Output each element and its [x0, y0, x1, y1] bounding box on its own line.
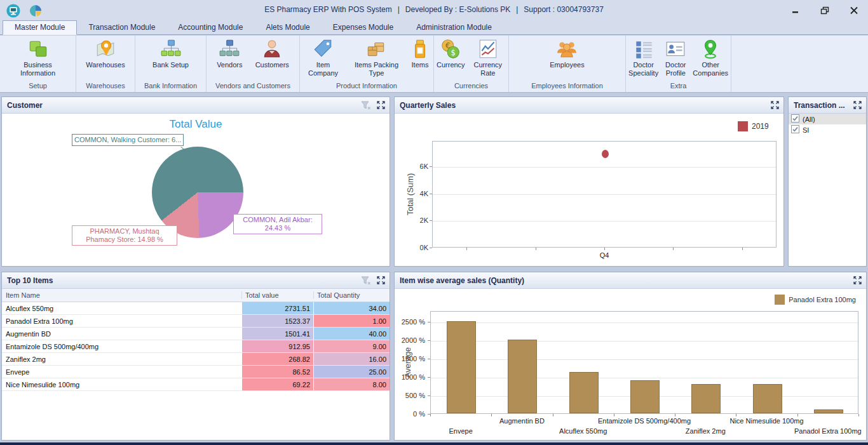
table-row[interactable]: Envepe86.5225.00: [2, 366, 390, 378]
gridline: [433, 167, 776, 168]
legend-swatch: [775, 295, 785, 305]
transaction-filter-si[interactable]: SI: [789, 124, 866, 135]
minimize-icon[interactable]: [790, 5, 801, 15]
customer-panel: Customer Total Value COMMON, Walking Cus…: [1, 96, 390, 267]
filter-icon[interactable]: [361, 101, 371, 110]
ribbon-button-label: Customers: [255, 61, 289, 69]
bar-nice-nimesulide-100mg[interactable]: [753, 384, 782, 413]
ribbon-group-product-information: Item CompanyItems Packing TypeItemsProdu…: [300, 36, 434, 92]
ribbon-group-caption: Vendors and Customers: [207, 82, 299, 92]
titlebar: ES Pharmacy ERP With POS System|Develope…: [0, 0, 868, 21]
close-icon[interactable]: [849, 5, 859, 15]
gridline: [431, 341, 858, 342]
tab-accounting-module[interactable]: Accounting Module: [166, 21, 254, 34]
tab-transaction-module[interactable]: Transaction Module: [77, 21, 166, 34]
y-tick-mark: [428, 377, 430, 378]
y-tick-label: 1000 %: [396, 373, 425, 381]
window-controls: [790, 5, 859, 15]
table-row[interactable]: Alcuflex 550mg2731.5134.00: [2, 302, 390, 315]
y-tick-label: 0 %: [396, 410, 425, 418]
table-row[interactable]: Panadol Extra 100mg1523.371.00: [2, 315, 390, 328]
ribbon-button-item-company[interactable]: Item Company: [300, 37, 346, 78]
bar-augmentin-bd[interactable]: [508, 340, 537, 413]
tab-alets-module[interactable]: Alets Module: [254, 21, 321, 34]
currency-rate-icon: [477, 38, 499, 60]
x-tick-mark: [536, 248, 536, 250]
ribbon-button-doctor-profile[interactable]: Doctor Profile: [661, 37, 690, 78]
table-row[interactable]: Zaniflex 2mg268.8216.00: [2, 353, 390, 366]
x-tick-mark: [742, 248, 743, 250]
y-tick-mark: [430, 220, 432, 221]
ribbon-button-currency-rate[interactable]: Currency Rate: [468, 37, 508, 78]
table-row[interactable]: Entamizole DS 500mg/400mg912.959.00: [2, 340, 390, 353]
ribbon-button-label: Other Companies: [693, 61, 728, 77]
employees-icon: [556, 38, 578, 60]
expand-icon[interactable]: [853, 101, 862, 109]
x-category-label: Envepe: [449, 427, 472, 435]
cell-total-quantity: 16.00: [313, 353, 390, 365]
expand-icon[interactable]: [853, 276, 862, 284]
pie-callout-label: COMMON, Adil Akbar: 24.43 %: [233, 214, 322, 234]
x-tick-mark: [858, 414, 859, 416]
table-row[interactable]: Augmentin BD1501.4140.00: [2, 328, 390, 340]
ribbon-button-bank-setup[interactable]: Bank Setup: [150, 37, 191, 70]
total-value-pie[interactable]: [152, 147, 243, 238]
pie-callout-label: COMMON, Walking Customer: 6...: [72, 134, 184, 146]
item-avg-sales-panel: Item wise average sales (Quantity) Panad…: [394, 272, 867, 441]
bar-entamizole-ds-500mg-400mg[interactable]: [630, 380, 660, 413]
table-row[interactable]: Nice Nimesulide 100mg69.228.00: [2, 378, 390, 391]
bar-panadol-extra-100mg[interactable]: [814, 409, 843, 413]
column-header-total-value[interactable]: Total value: [241, 291, 313, 299]
ribbon-button-doctor-speciality[interactable]: Doctor Speciality: [626, 37, 661, 78]
checkbox-checked-icon[interactable]: [791, 114, 799, 124]
transaction-filter-list: (All)SI: [789, 114, 866, 266]
tab-master-module[interactable]: Master Module: [3, 20, 77, 35]
y-tick-mark: [430, 194, 432, 194]
ribbon-button-customers[interactable]: Customers: [253, 37, 292, 70]
cell-item-name: Alcuflex 550mg: [2, 302, 241, 314]
ribbon-button-items-packing-type[interactable]: Items Packing Type: [346, 37, 407, 78]
ribbon-button-business-information[interactable]: Business Information: [5, 37, 71, 78]
expand-icon[interactable]: [377, 101, 385, 109]
x-category-label: Entamizole DS 500mg/400mg: [598, 417, 691, 425]
ribbon-button-items[interactable]: Items: [407, 37, 433, 70]
filter-icon[interactable]: [361, 276, 371, 285]
ribbon-group-caption: Product Information: [300, 82, 433, 92]
expand-icon[interactable]: [377, 276, 385, 284]
transaction-panel-title: Transaction ...: [794, 101, 848, 110]
quarterly-sales-panel: Quarterly Sales 2019Total (Sum)0K2K4K6KQ…: [394, 96, 784, 267]
ribbon-button-currency[interactable]: €$Currency: [434, 37, 468, 70]
avg-panel-header: Item wise average sales (Quantity): [395, 272, 866, 289]
tab-administration-module[interactable]: Administration Module: [405, 21, 503, 34]
ribbon-button-warehouses[interactable]: Warehouses: [83, 37, 127, 70]
ribbon-button-label: Item Company: [302, 61, 344, 77]
bar-zaniflex-2mg[interactable]: [691, 384, 721, 413]
restore-icon[interactable]: [820, 5, 830, 15]
top10-panel-header: Top 10 Items: [2, 272, 390, 289]
currency-icon: €$: [440, 38, 461, 60]
ribbon-button-other-companies[interactable]: Other Companies: [690, 37, 731, 78]
ribbon-button-vendors[interactable]: Vendors: [214, 37, 245, 70]
column-header-item-name[interactable]: Item Name: [2, 291, 241, 299]
checkbox-label: SI: [803, 126, 809, 134]
data-point-Q4[interactable]: [602, 150, 609, 158]
x-tick-mark: [553, 414, 553, 416]
ribbon-group-extra: Doctor SpecialityDoctor ProfileOther Com…: [626, 36, 731, 92]
cell-total-quantity: 25.00: [313, 366, 390, 378]
x-tick-mark: [604, 248, 605, 250]
business-information-icon: [27, 38, 49, 60]
x-category-label: Nice Nimesulide 100mg: [729, 417, 803, 425]
ribbon-button-employees[interactable]: Employees: [547, 37, 587, 70]
transaction-filter-all[interactable]: (All): [789, 114, 866, 124]
bar-alcuflex-550mg[interactable]: [569, 372, 599, 413]
tab-expenses-module[interactable]: Expenses Module: [322, 21, 405, 34]
expand-icon[interactable]: [771, 101, 779, 109]
window-title-support: Support : 03004793737: [524, 5, 603, 14]
gridline: [431, 322, 858, 323]
ribbon-group-currencies: €$CurrencyCurrency RateCurrencies: [434, 36, 509, 92]
bar-envepe[interactable]: [447, 321, 476, 413]
checkbox-checked-icon[interactable]: [791, 125, 799, 135]
vendors-icon: [219, 38, 240, 60]
ribbon-button-label: Bank Setup: [153, 61, 189, 69]
column-header-total-quantity[interactable]: Total Quantity: [313, 291, 390, 299]
